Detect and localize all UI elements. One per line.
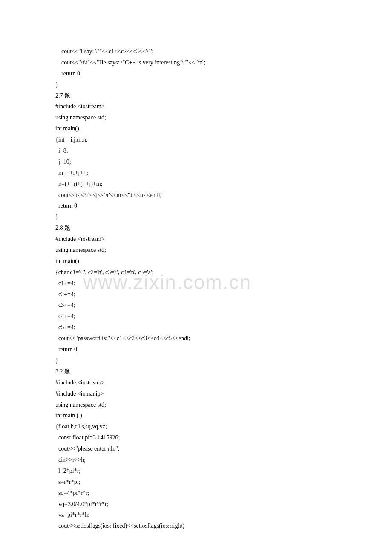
code-line: cout<<"password is:"<<c1<<c2<<c3<<c4<<c5… [55, 333, 337, 344]
code-line: int main() [55, 256, 337, 267]
code-line: vz=pi*r*r*h; [55, 509, 337, 520]
code-line: } [55, 79, 337, 90]
code-line: cout<<"I say: \""<<c1<<c2<<c3<<'\"'; [55, 46, 337, 57]
code-line: cout<<i<<'\t'<<j<<'\t'<<m<<'\t'<<n<<endl… [55, 190, 337, 201]
code-line: c5+=4; [55, 322, 337, 333]
section-heading: 2.8 题 [55, 223, 337, 234]
code-line: #include <iomanip> [55, 388, 337, 399]
code-line: {int i,j,m,n; [55, 134, 337, 145]
code-line: #include <iostream> [55, 234, 337, 245]
code-line: sq=4*pi*r*r; [55, 488, 337, 499]
code-line: } [55, 355, 337, 366]
code-line: vq=3.0/4.0*pi*r*r*r; [55, 499, 337, 510]
code-line: return 0; [55, 344, 337, 355]
code-line: l=2*pi*r; [55, 465, 337, 477]
code-line: #include <iostream> [55, 377, 337, 388]
code-line: cin>>r>>h; [55, 454, 337, 465]
code-line: {float h,r,l,s,sq,vq,vz; [55, 421, 337, 432]
code-line: const float pi=3.1415926; [55, 432, 337, 443]
code-line: n=(++i)+(++j)+m; [55, 179, 337, 190]
code-line: return 0; [55, 68, 337, 79]
code-line: int main ( ) [55, 410, 337, 421]
section-heading: 3.2 题 [55, 366, 337, 377]
code-line: j=10; [55, 156, 337, 168]
code-line: cout<<"\t\t"<<"He says: \"C++ is very in… [55, 57, 337, 68]
code-line: int main() [55, 123, 337, 134]
code-line: cout<<setiosflags(ios::fixed)<<setiosfla… [55, 520, 337, 532]
code-line: return 0; [55, 200, 337, 211]
code-line: #include <iostream> [55, 101, 337, 112]
section-heading: 2.7 题 [55, 90, 337, 101]
code-line: } [55, 211, 337, 223]
code-line: c1+=4; [55, 278, 337, 289]
code-line: cout<<"please enter r,h:"; [55, 443, 337, 454]
code-line: using namespace std; [55, 245, 337, 256]
code-line: using namespace std; [55, 112, 337, 123]
code-line: c2+=4; [55, 289, 337, 300]
code-line: {char c1='C', c2='h', c3='i', c4='n', c5… [55, 267, 337, 278]
code-content: cout<<"I say: \""<<c1<<c2<<c3<<'\"'; cou… [55, 46, 337, 532]
code-line: c3+=4; [55, 300, 337, 311]
code-line: i=8; [55, 145, 337, 156]
code-line: using namespace std; [55, 399, 337, 410]
code-line: c4+=4; [55, 311, 337, 322]
code-line: s=r*r*pi; [55, 477, 337, 488]
code-line: m=++i+j++; [55, 168, 337, 179]
